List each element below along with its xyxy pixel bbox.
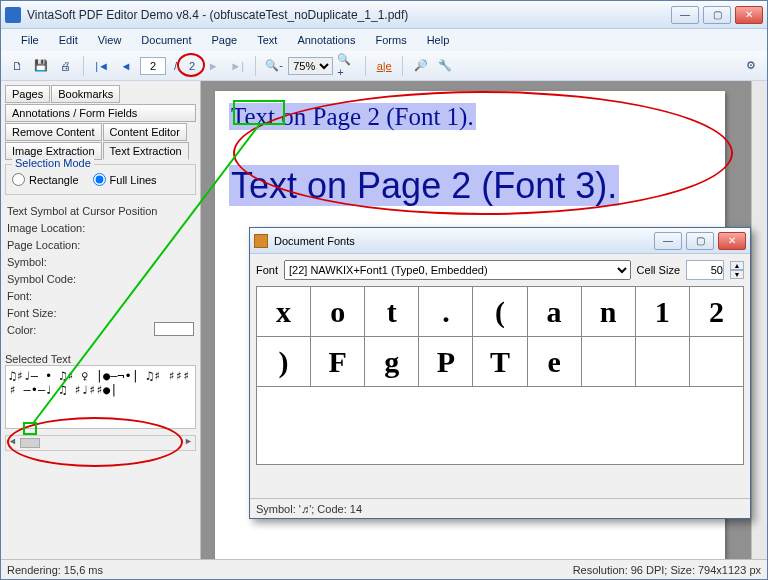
menubar: File Edit View Document Page Text Annota… [1, 29, 767, 51]
glyph-cell[interactable]: x [257, 287, 311, 337]
text-tool-icon[interactable]: a|e [374, 56, 394, 76]
glyph-cell[interactable]: 1 [635, 287, 689, 337]
tab-pages[interactable]: Pages [5, 85, 50, 103]
image-location-label: Image Location: [7, 220, 85, 237]
print-icon[interactable]: 🖨 [55, 56, 75, 76]
cell-size-up-button[interactable]: ▲ [730, 261, 744, 270]
page-total: 2 [185, 60, 199, 72]
color-swatch [154, 322, 194, 336]
selected-text-scrollbar[interactable] [5, 435, 196, 451]
glyph-cell[interactable] [581, 337, 635, 387]
radio-full-lines[interactable]: Full Lines [93, 173, 157, 186]
glyph-cell[interactable]: t [365, 287, 419, 337]
tab-content-editor[interactable]: Content Editor [103, 123, 187, 141]
cursor-info-group: Text Symbol at Cursor Position Image Loc… [5, 201, 196, 341]
menu-text[interactable]: Text [247, 32, 287, 48]
selected-text-box[interactable]: ♫♯♩– • ♫♯ ♀ |●–¬•| ♫♯ ♯♯♯ ♯ –•–♩ ♫ ♯♩♯♯●… [5, 365, 196, 429]
tab-annotations[interactable]: Annotations / Form Fields [5, 104, 196, 122]
glyph-cell[interactable]: e [527, 337, 581, 387]
glyph-cell[interactable]: P [419, 337, 473, 387]
dialog-title: Document Fonts [274, 235, 650, 247]
search-icon[interactable]: 🔎 [411, 56, 431, 76]
save-icon[interactable]: 💾 [31, 56, 51, 76]
page-text-line-1[interactable]: Text on Page 2 (Font 1). [229, 103, 476, 130]
dialog-maximize-button[interactable]: ▢ [686, 232, 714, 250]
glyph-cell[interactable]: o [311, 287, 365, 337]
glyph-cell[interactable]: F [311, 337, 365, 387]
status-right: Resolution: 96 DPI; Size: 794x1123 px [573, 564, 761, 576]
maximize-button[interactable]: ▢ [703, 6, 731, 24]
zoom-select[interactable]: 75% [288, 57, 333, 75]
menu-edit[interactable]: Edit [49, 32, 88, 48]
selection-mode-title: Selection Mode [12, 157, 94, 169]
glyph-cell[interactable]: ) [257, 337, 311, 387]
app-icon [5, 7, 21, 23]
toolbar: 🗋 💾 🖨 |◄ ◄ / 2 ► ►| 🔍- 75% 🔍+ a|e 🔎 🔧 ⚙ [1, 51, 767, 81]
next-page-icon[interactable]: ► [203, 56, 223, 76]
cell-size-down-button[interactable]: ▼ [730, 270, 744, 279]
tab-remove-content[interactable]: Remove Content [5, 123, 102, 141]
side-tabs: Pages Bookmarks Annotations / Form Field… [5, 85, 196, 160]
menu-view[interactable]: View [88, 32, 132, 48]
zoom-in-icon[interactable]: 🔍+ [337, 56, 357, 76]
glyph-cell[interactable]: T [473, 337, 527, 387]
selection-mode-group: Selection Mode Rectangle Full Lines [5, 164, 196, 195]
glyph-cell[interactable] [635, 337, 689, 387]
font-size-label: Font Size: [7, 305, 57, 322]
glyph-cell[interactable]: 2 [689, 287, 743, 337]
document-fonts-dialog: Document Fonts — ▢ ✕ Font [22] NAWKIX+Fo… [249, 227, 751, 519]
minimize-button[interactable]: — [671, 6, 699, 24]
menu-help[interactable]: Help [417, 32, 460, 48]
statusbar: Rendering: 15,6 ms Resolution: 96 DPI; S… [1, 559, 767, 579]
titlebar: VintaSoft PDF Editor Demo v8.4 - (obfusc… [1, 1, 767, 29]
tools-icon[interactable]: 🔧 [435, 56, 455, 76]
symbol-code-label: Symbol Code: [7, 271, 76, 288]
page-location-label: Page Location: [7, 237, 80, 254]
glyph-cell[interactable]: ( [473, 287, 527, 337]
page-number-input[interactable] [140, 57, 166, 75]
dialog-font-label: Font [256, 264, 278, 276]
first-page-icon[interactable]: |◄ [92, 56, 112, 76]
glyph-table-empty-area [256, 387, 744, 465]
glyph-cell[interactable]: . [419, 287, 473, 337]
zoom-out-icon[interactable]: 🔍- [264, 56, 284, 76]
dialog-titlebar: Document Fonts — ▢ ✕ [250, 228, 750, 254]
dialog-minimize-button[interactable]: — [654, 232, 682, 250]
selected-text-title: Selected Text [5, 353, 196, 365]
menu-annotations[interactable]: Annotations [287, 32, 365, 48]
menu-file[interactable]: File [11, 32, 49, 48]
glyph-cell[interactable]: n [581, 287, 635, 337]
menu-document[interactable]: Document [131, 32, 201, 48]
window-controls: — ▢ ✕ [667, 6, 763, 24]
glyph-cell[interactable] [689, 337, 743, 387]
settings-icon[interactable]: ⚙ [741, 56, 761, 76]
color-label: Color: [7, 322, 36, 339]
window-title: VintaSoft PDF Editor Demo v8.4 - (obfusc… [27, 8, 667, 22]
close-button[interactable]: ✕ [735, 6, 763, 24]
status-left: Rendering: 15,6 ms [7, 564, 103, 576]
dialog-cell-size-label: Cell Size [637, 264, 680, 276]
dialog-status: Symbol: '♬'; Code: 14 [250, 498, 750, 518]
side-panel: Pages Bookmarks Annotations / Form Field… [1, 81, 201, 559]
menu-forms[interactable]: Forms [366, 32, 417, 48]
radio-rectangle[interactable]: Rectangle [12, 173, 79, 186]
dialog-font-select[interactable]: [22] NAWKIX+Font1 (Type0, Embedded) [284, 260, 631, 280]
tab-bookmarks[interactable]: Bookmarks [51, 85, 120, 103]
glyph-cell[interactable]: a [527, 287, 581, 337]
new-icon[interactable]: 🗋 [7, 56, 27, 76]
page-separator: / [170, 60, 181, 72]
cursor-info-title: Text Symbol at Cursor Position [7, 203, 157, 220]
vertical-scrollbar[interactable] [751, 81, 767, 559]
last-page-icon[interactable]: ►| [227, 56, 247, 76]
symbol-label: Symbol: [7, 254, 47, 271]
dialog-close-button[interactable]: ✕ [718, 232, 746, 250]
dialog-icon [254, 234, 268, 248]
tab-text-extraction[interactable]: Text Extraction [103, 142, 189, 160]
dialog-cell-size-input[interactable] [686, 260, 724, 280]
glyph-cell[interactable]: g [365, 337, 419, 387]
prev-page-icon[interactable]: ◄ [116, 56, 136, 76]
glyph-table[interactable]: x o t . ( a n 1 2 ) F g P T e [256, 286, 744, 387]
menu-page[interactable]: Page [202, 32, 248, 48]
page-text-line-2[interactable]: Text on Page 2 (Font 3). [229, 165, 619, 206]
font-label: Font: [7, 288, 32, 305]
